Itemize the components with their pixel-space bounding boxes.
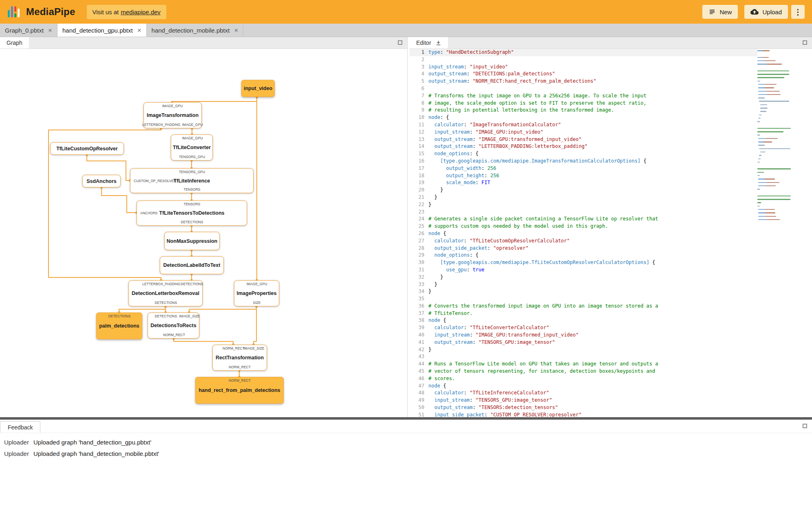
new-button[interactable]: New: [702, 5, 738, 19]
expand-feedback-panel-icon[interactable]: [803, 424, 807, 428]
graph-node-DetectionLabelIdToText[interactable]: DetectionLabelIdToText: [160, 256, 224, 274]
minimap-line: [757, 199, 790, 200]
graph-node-NonMaxSuppression[interactable]: NonMaxSuppression: [164, 232, 220, 250]
new-button-label: New: [719, 9, 732, 15]
code-line: output_side_packet: "opresolver": [428, 245, 757, 252]
graph-node-TfLiteConverter[interactable]: TfLiteConverterIMAGE_GPUTENSORS_GPU: [171, 134, 213, 161]
visit-link[interactable]: mediapipe.dev: [121, 9, 161, 15]
graph-node-DetectionsToRects[interactable]: DetectionsToRectsDETECTIONSIMAGE_SIZENOR…: [148, 312, 199, 339]
feedback-row: UploaderUploaded graph 'hand_detection_g…: [0, 436, 812, 448]
app-header: MediaPipe Visit us at mediapipe.dev New …: [0, 0, 812, 24]
code-line: calculator: "TfLiteCustomOpResolverCalcu…: [428, 238, 757, 245]
graph-node-TfLiteTensorsToDetections[interactable]: TfLiteTensorsToDetectionsTENSORSDETECTIO…: [137, 200, 247, 226]
graph-node-ImageTransformation[interactable]: ImageTransformationIMAGE_GPULETTERBOX_PA…: [143, 102, 202, 128]
expand-editor-panel-icon[interactable]: [803, 40, 807, 45]
port-label-norm_rect: NORM_RECT: [163, 333, 185, 337]
code-line: scale_mode: FIT: [428, 179, 757, 187]
graph-node-input_video[interactable]: input_video: [241, 80, 275, 97]
graph-edge: [254, 306, 256, 345]
line-number: 46: [410, 375, 428, 383]
line-number: 8: [410, 100, 428, 107]
code-editor[interactable]: 1234567891011121314151617181920212223242…: [410, 49, 812, 417]
minimap-line: [757, 81, 760, 82]
graph-node-hand_rect_from_palm_detections[interactable]: hand_rect_from_palm_detectionsNORM_RECT: [195, 377, 284, 404]
minimap-line: [758, 94, 781, 95]
node-label: ImageProperties: [237, 290, 277, 296]
expand-graph-panel-icon[interactable]: [398, 40, 402, 45]
minimap-line: [757, 50, 770, 51]
graph-node-ImageProperties[interactable]: ImagePropertiesIMAGE_GPUSIZE: [234, 280, 279, 306]
more-options-button[interactable]: ⋮: [791, 5, 805, 19]
line-number: 34: [410, 288, 428, 295]
line-number: 18: [410, 172, 428, 180]
port-label-detections: DETECTIONS: [155, 314, 177, 318]
port-label-tensors_gpu: TENSORS_GPU: [179, 170, 205, 174]
code-line: }: [428, 288, 757, 295]
line-number: 35: [410, 295, 428, 303]
line-number: 12: [410, 129, 428, 136]
port-label-image_size: IMAGE_SIZE: [243, 346, 264, 350]
graph-node-DetectionLetterboxRemoval[interactable]: DetectionLetterboxRemovalLETTERBOX_PADDI…: [128, 280, 203, 306]
code-line: node {: [428, 383, 757, 390]
code-line: # supports custom ops needed by the mode…: [428, 223, 757, 230]
port-label-tensors: TENSORS: [183, 202, 200, 206]
tab-editor[interactable]: Editor: [410, 37, 448, 48]
download-icon[interactable]: [435, 40, 441, 46]
minimap-line: [757, 128, 791, 129]
code-line: node: {: [428, 114, 757, 121]
line-number: 14: [410, 143, 428, 150]
port-label-detections: DETECTIONS: [155, 301, 177, 305]
line-number: 32: [410, 274, 428, 281]
minimap-line: [757, 131, 783, 132]
minimap-line: [759, 155, 761, 156]
document-tab-Graph_0.pbtxt[interactable]: Graph_0.pbtxt×: [0, 24, 57, 37]
upload-button[interactable]: Upload: [744, 5, 788, 19]
minimap-line: [759, 101, 789, 102]
visit-text: Visit us at: [93, 9, 119, 15]
code-line: node_options: {: [428, 150, 757, 158]
line-number: 37: [410, 310, 428, 317]
minimap-line: [758, 84, 777, 85]
code-line: # Converts the transformed input image o…: [428, 303, 757, 310]
minimap-line: [758, 118, 761, 119]
code-line: output_stream: "TENSORS_GPU:image_tensor…: [428, 339, 757, 346]
node-label: palm_detections: [99, 323, 139, 329]
minimap-line: [760, 108, 768, 109]
graph-edge: [119, 306, 165, 312]
feedback-source: Uploader: [4, 439, 29, 446]
graph-node-TfLiteInference[interactable]: TfLiteInferenceTENSORS_GPUTENSORSCUSTOM_…: [130, 168, 254, 193]
tab-feedback[interactable]: Feedback: [0, 421, 40, 433]
tab-graph[interactable]: Graph: [0, 37, 29, 48]
minimap[interactable]: [757, 50, 793, 222]
document-tab-label: Graph_0.pbtxt: [5, 27, 44, 34]
code-line: [428, 85, 757, 92]
close-tab-icon[interactable]: ×: [234, 27, 238, 34]
code-line: }: [428, 281, 757, 288]
minimap-line: [757, 168, 791, 169]
document-tab-label: hand_detection_mobile.pbtxt: [152, 27, 230, 34]
graph-node-TfLiteCustomOpResolver[interactable]: TfLiteCustomOpResolver: [50, 142, 124, 155]
document-tab-hand_detection_mobile.pbtxt[interactable]: hand_detection_mobile.pbtxt×: [147, 24, 244, 37]
minimap-line: [757, 162, 760, 163]
close-tab-icon[interactable]: ×: [137, 27, 141, 34]
code-line: calculator: "ImageTransformationCalculat…: [428, 121, 757, 129]
graph-canvas[interactable]: input_videoImageTransformationIMAGE_GPUL…: [0, 49, 407, 417]
node-label: TfLiteTensorsToDetections: [159, 210, 225, 216]
minimap-line: [757, 74, 789, 75]
minimap-line: [758, 141, 772, 143]
line-number: 7: [410, 92, 428, 100]
line-number: 22: [410, 201, 428, 209]
code-lines: type: "HandDetectionSubgraph"input_strea…: [428, 49, 757, 417]
document-tab-hand_detection_gpu.pbtxt[interactable]: hand_detection_gpu.pbtxt×: [57, 24, 147, 37]
node-label: NonMaxSuppression: [167, 238, 217, 244]
code-line: }: [428, 194, 757, 201]
graph-node-palm_detections[interactable]: palm_detectionsDETECTIONS: [96, 312, 142, 339]
graph-node-SsdAnchors[interactable]: SsdAnchors: [82, 175, 121, 187]
close-tab-icon[interactable]: ×: [48, 27, 52, 34]
graph-node-RectTransformation[interactable]: RectTransformationNORM_RECTIMAGE_SIZENOR…: [212, 345, 267, 371]
line-number: 10: [410, 114, 428, 121]
visit-badge[interactable]: Visit us at mediapipe.dev: [87, 5, 166, 19]
line-number: 2: [410, 56, 428, 64]
minimap-line: [758, 91, 780, 92]
line-number: 40: [410, 332, 428, 339]
